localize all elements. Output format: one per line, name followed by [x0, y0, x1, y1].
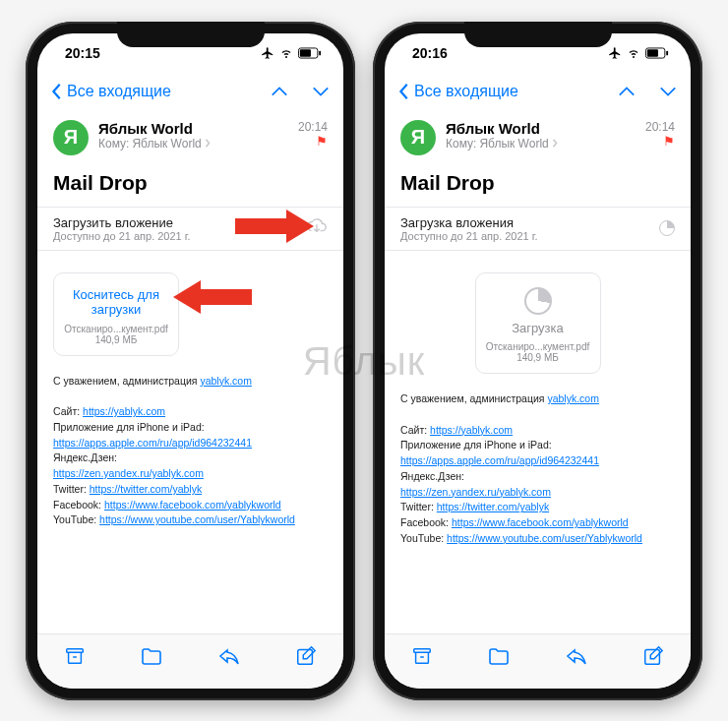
attachment-action-label: Загрузка	[484, 321, 592, 336]
svg-rect-1	[300, 49, 311, 56]
subject: Mail Drop	[37, 161, 343, 201]
loading-progress-icon	[524, 287, 552, 315]
link[interactable]: https://www.youtube.com/user/Yablykworld	[99, 513, 295, 525]
message-time: 20:14	[298, 120, 328, 134]
link[interactable]: yablyk.com	[200, 375, 252, 387]
maildrop-download-row[interactable]: Загрузить вложение Доступно до 21 апр. 2…	[37, 207, 343, 251]
attachment-filename: Отсканиро...кумент.pdf	[62, 324, 170, 334]
avatar: Я	[400, 120, 436, 155]
status-time: 20:16	[412, 45, 448, 61]
phone-frame: 20:15 Все входящие Я Яблык World К	[26, 22, 355, 700]
wifi-icon	[626, 47, 641, 59]
body-line: Яндекс.Дзен:https://zen.yandex.ru/yablyk…	[53, 451, 328, 482]
link[interactable]: https://yablyk.com	[430, 424, 513, 436]
chevron-left-icon	[51, 83, 63, 100]
message-body: С уважением, администрация yablyk.com Са…	[385, 382, 691, 557]
maildrop-title: Загрузить вложение	[53, 215, 191, 230]
sender-name[interactable]: Яблык World	[98, 120, 288, 137]
body-line: YouTube: https://www.youtube.com/user/Ya…	[400, 531, 675, 547]
back-label: Все входящие	[67, 83, 171, 100]
message-time: 20:14	[645, 120, 675, 134]
prev-message-button[interactable]	[618, 86, 636, 97]
svg-rect-10	[647, 49, 658, 56]
link[interactable]: https://zen.yandex.ru/yablyk.com	[53, 467, 204, 479]
phone-frame: 20:16 Все входящие Я Яблык World К	[373, 22, 702, 700]
notch	[117, 22, 265, 47]
back-label: Все входящие	[414, 83, 518, 100]
reply-button[interactable]	[565, 646, 588, 666]
body-line: Twitter: https://twitter.com/yablyk	[400, 500, 675, 515]
nav-bar: Все входящие	[37, 73, 343, 110]
nav-bar: Все входящие	[385, 73, 691, 110]
archive-button[interactable]	[64, 645, 86, 667]
notch	[464, 22, 612, 47]
to-line[interactable]: Кому: Яблык World	[98, 137, 288, 150]
link[interactable]: https://yablyk.com	[83, 405, 165, 417]
svg-rect-11	[666, 50, 668, 55]
mail-header: Я Яблык World Кому: Яблык World 20:14 ⚑	[37, 110, 343, 161]
attachment-card[interactable]: Загрузка Отсканиро...кумент.pdf 140,9 МБ	[475, 272, 601, 375]
cloud-download-icon	[306, 217, 328, 239]
svg-rect-2	[319, 50, 321, 55]
move-button[interactable]	[140, 646, 163, 666]
annotation-arrow	[235, 210, 314, 243]
move-button[interactable]	[487, 646, 511, 666]
link[interactable]: https://apps.apple.com/ru/app/id96423244…	[400, 454, 599, 466]
compose-button[interactable]	[295, 645, 317, 667]
flag-icon: ⚑	[298, 134, 328, 149]
chevron-right-icon	[205, 139, 211, 148]
compose-button[interactable]	[642, 645, 664, 667]
link[interactable]: https://apps.apple.com/ru/app/id96423244…	[53, 437, 252, 449]
body-line: Facebook: https://www.facebook.com/yably…	[400, 515, 675, 531]
link[interactable]: yablyk.com	[547, 392, 599, 404]
prev-message-button[interactable]	[271, 86, 288, 97]
svg-rect-3	[235, 218, 286, 234]
signature-line: С уважением, администрация yablyk.com	[53, 374, 328, 390]
link[interactable]: https://www.facebook.com/yablykworld	[452, 516, 629, 528]
next-message-button[interactable]	[312, 86, 330, 97]
body-line: Приложение для iPhone и iPad:https://app…	[400, 438, 675, 469]
airplane-icon	[608, 46, 622, 60]
battery-icon	[645, 47, 669, 59]
screen: 20:15 Все входящие Я Яблык World К	[37, 33, 343, 689]
message-body: С уважением, администрация yablyk.com Са…	[37, 364, 343, 539]
svg-rect-5	[201, 289, 252, 305]
maildrop-download-row[interactable]: Загрузка вложения Доступно до 21 апр. 20…	[385, 207, 691, 251]
loading-progress-icon	[659, 220, 675, 236]
svg-rect-8	[297, 650, 312, 665]
svg-rect-12	[414, 649, 431, 653]
sender-name[interactable]: Яблык World	[446, 120, 636, 137]
maildrop-expiry: Доступно до 21 апр. 2021 г.	[53, 230, 191, 242]
status-time: 20:15	[65, 45, 100, 61]
svg-rect-13	[644, 650, 659, 665]
battery-icon	[298, 47, 322, 59]
toolbar	[385, 633, 691, 689]
link[interactable]: https://twitter.com/yablyk	[437, 501, 549, 512]
link[interactable]: https://www.facebook.com/yablykworld	[104, 499, 281, 511]
attachment-filename: Отсканиро...кумент.pdf	[484, 341, 592, 352]
wifi-icon	[278, 47, 294, 59]
link[interactable]: https://zen.yandex.ru/yablyk.com	[400, 486, 551, 498]
link[interactable]: https://twitter.com/yablyk	[90, 483, 202, 495]
chevron-left-icon	[398, 83, 410, 100]
mail-header: Я Яблык World Кому: Яблык World 20:14 ⚑	[385, 110, 691, 161]
flag-icon: ⚑	[645, 134, 675, 149]
attachment-card[interactable]: Коснитесь для загрузки Отсканиро...кумен…	[53, 272, 179, 356]
body-line: Twitter: https://twitter.com/yablyk	[53, 482, 328, 498]
screen: 20:16 Все входящие Я Яблык World К	[385, 33, 691, 689]
toolbar	[37, 633, 343, 689]
maildrop-expiry: Доступно до 21 апр. 2021 г.	[400, 230, 538, 242]
chevron-right-icon	[552, 139, 558, 148]
body-line: Приложение для iPhone и iPad:https://app…	[53, 420, 328, 451]
attachment-size: 140,9 МБ	[62, 334, 170, 345]
avatar: Я	[53, 120, 89, 155]
to-line[interactable]: Кому: Яблык World	[446, 137, 636, 150]
body-line: Сайт: https://yablyk.com	[400, 423, 675, 439]
archive-button[interactable]	[411, 645, 433, 667]
reply-button[interactable]	[217, 646, 241, 666]
next-message-button[interactable]	[659, 86, 677, 97]
body-line: Facebook: https://www.facebook.com/yably…	[53, 498, 328, 513]
back-button[interactable]: Все входящие	[398, 83, 518, 100]
link[interactable]: https://www.youtube.com/user/Yablykworld	[447, 532, 642, 544]
back-button[interactable]: Все входящие	[51, 83, 171, 100]
